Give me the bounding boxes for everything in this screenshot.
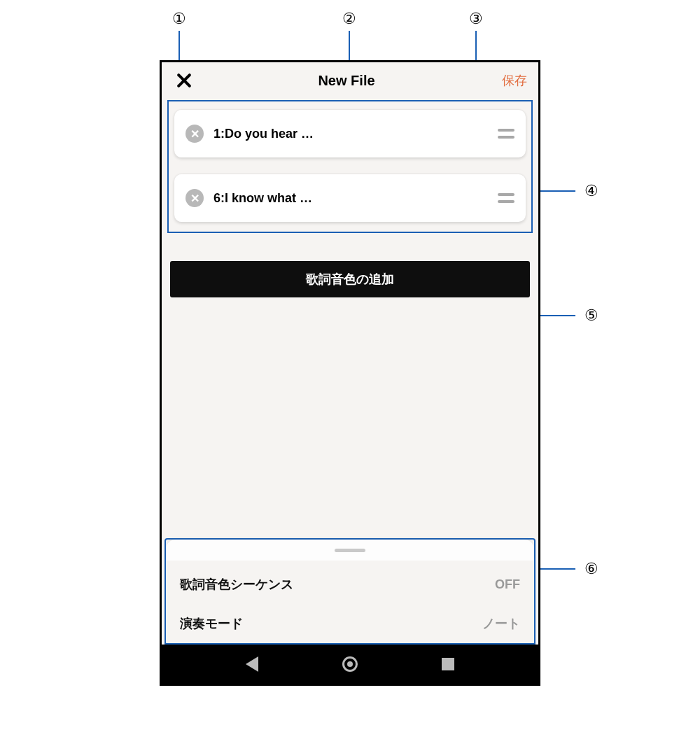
- tone-item-label: 1:Do you hear …: [214, 127, 498, 141]
- callout-3: ③: [465, 8, 486, 29]
- setting-value: ノート: [482, 615, 520, 632]
- device-frame: New File 保存 ✕ 1:Do you hear … ✕ 6:I know…: [160, 60, 540, 686]
- recent-apps-icon[interactable]: [442, 658, 454, 670]
- setting-label: 演奏モード: [180, 615, 243, 632]
- drag-handle-icon[interactable]: [498, 129, 514, 139]
- setting-row-play-mode[interactable]: 演奏モード ノート: [166, 604, 534, 643]
- setting-value: OFF: [495, 577, 520, 592]
- tone-item[interactable]: ✕ 1:Do you hear …: [174, 110, 526, 157]
- android-nav-bar: [162, 645, 538, 684]
- tone-item-label: 6:I know what …: [214, 191, 498, 206]
- save-button[interactable]: 保存: [499, 72, 527, 89]
- setting-label: 歌詞音色シーケンス: [180, 576, 293, 593]
- page-title: New File: [194, 73, 499, 89]
- callout-4: ④: [581, 181, 602, 202]
- header-bar: New File 保存: [162, 62, 538, 99]
- settings-section: 歌詞音色シーケンス OFF 演奏モード ノート: [164, 538, 536, 645]
- tone-item[interactable]: ✕ 6:I know what …: [174, 174, 526, 222]
- sheet-handle-icon: [335, 549, 365, 552]
- close-icon[interactable]: [173, 70, 194, 91]
- drag-handle-icon[interactable]: [498, 193, 514, 203]
- delete-icon[interactable]: ✕: [186, 189, 204, 207]
- delete-icon[interactable]: ✕: [186, 125, 204, 143]
- callout-1: ①: [169, 8, 190, 29]
- add-lyric-tone-button[interactable]: 歌詞音色の追加: [170, 261, 530, 297]
- callout-5: ⑤: [581, 305, 602, 326]
- tone-list-section: ✕ 1:Do you hear … ✕ 6:I know what …: [167, 100, 533, 233]
- sheet-handle-row[interactable]: [166, 540, 534, 561]
- setting-row-sequence[interactable]: 歌詞音色シーケンス OFF: [166, 565, 534, 604]
- callout-2: ②: [339, 8, 360, 29]
- home-icon[interactable]: [342, 656, 358, 672]
- callout-6: ⑥: [581, 558, 602, 579]
- callout-line: [536, 568, 575, 570]
- spacer: [162, 297, 538, 538]
- back-icon[interactable]: [246, 656, 258, 672]
